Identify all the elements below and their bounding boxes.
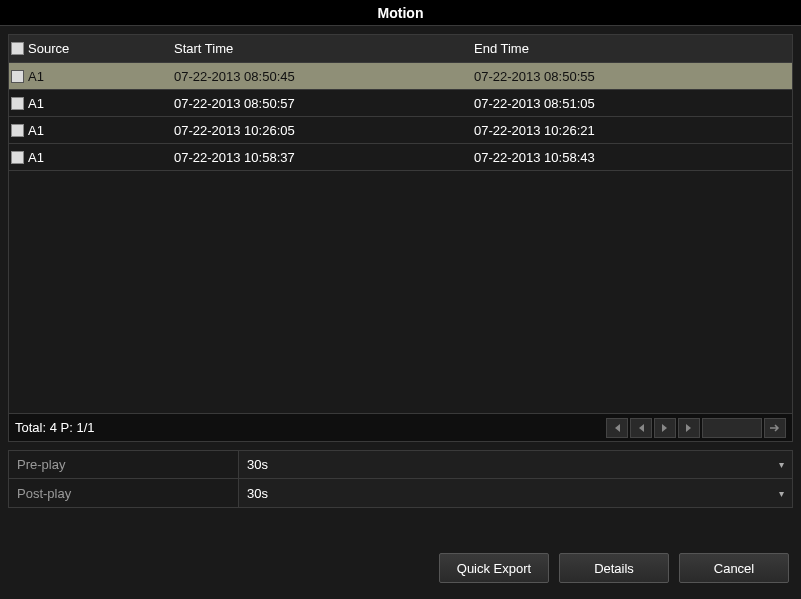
playback-settings: Pre-play 30s ▾ Post-play 30s ▾ [8,450,793,508]
preplay-select[interactable]: 30s ▾ [239,451,792,478]
header-source[interactable]: Source [9,41,174,56]
row-source: A1 [28,69,44,84]
header-source-label: Source [28,41,69,56]
header-start[interactable]: Start Time [174,41,474,56]
row-end: 07-22-2013 10:58:43 [474,150,792,165]
select-all-checkbox[interactable] [11,42,24,55]
preplay-label: Pre-play [9,451,239,478]
row-source: A1 [28,96,44,111]
row-checkbox[interactable] [11,97,24,110]
postplay-label: Post-play [9,479,239,507]
row-end: 07-22-2013 08:51:05 [474,96,792,111]
preplay-value: 30s [247,457,268,472]
dialog-title: Motion [0,0,801,26]
row-start: 07-22-2013 08:50:57 [174,96,474,111]
pager-page-field[interactable] [702,418,762,438]
row-checkbox[interactable] [11,124,24,137]
pager-first-icon[interactable] [606,418,628,438]
motion-dialog: Motion Source Start Time End Time A107-2… [0,0,801,599]
table-row[interactable]: A107-22-2013 10:26:0507-22-2013 10:26:21 [9,117,792,144]
status-bar: Total: 4 P: 1/1 [8,414,793,442]
details-button[interactable]: Details [559,553,669,583]
status-text: Total: 4 P: 1/1 [15,420,95,435]
postplay-value: 30s [247,486,268,501]
table-body: A107-22-2013 08:50:4507-22-2013 08:50:55… [9,63,792,413]
postplay-select[interactable]: 30s ▾ [239,479,792,507]
row-start: 07-22-2013 08:50:45 [174,69,474,84]
pager-prev-icon[interactable] [630,418,652,438]
chevron-down-icon: ▾ [779,488,784,499]
row-start: 07-22-2013 10:26:05 [174,123,474,138]
row-end: 07-22-2013 10:26:21 [474,123,792,138]
event-table: Source Start Time End Time A107-22-2013 … [8,34,793,414]
pager-last-icon[interactable] [678,418,700,438]
table-row[interactable]: A107-22-2013 08:50:5707-22-2013 08:51:05 [9,90,792,117]
row-end: 07-22-2013 08:50:55 [474,69,792,84]
preplay-row: Pre-play 30s ▾ [9,451,792,479]
cancel-button[interactable]: Cancel [679,553,789,583]
postplay-row: Post-play 30s ▾ [9,479,792,507]
dialog-footer: Quick Export Details Cancel [0,508,801,599]
pager-go-icon[interactable] [764,418,786,438]
quick-export-button[interactable]: Quick Export [439,553,549,583]
pager [606,418,786,438]
table-row[interactable]: A107-22-2013 08:50:4507-22-2013 08:50:55 [9,63,792,90]
row-start: 07-22-2013 10:58:37 [174,150,474,165]
header-end[interactable]: End Time [474,41,792,56]
row-source: A1 [28,150,44,165]
row-source: A1 [28,123,44,138]
row-checkbox[interactable] [11,151,24,164]
table-header: Source Start Time End Time [9,35,792,63]
row-checkbox[interactable] [11,70,24,83]
chevron-down-icon: ▾ [779,459,784,470]
pager-next-icon[interactable] [654,418,676,438]
table-row[interactable]: A107-22-2013 10:58:3707-22-2013 10:58:43 [9,144,792,171]
